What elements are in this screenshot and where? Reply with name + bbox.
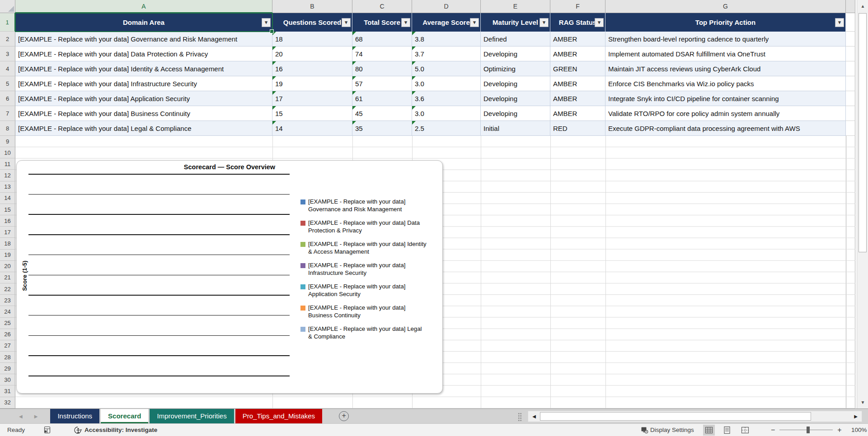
header-cell-questions-scored[interactable]: Questions Scored bbox=[272, 13, 352, 32]
row-number[interactable]: 14 bbox=[0, 193, 15, 204]
row-number[interactable]: 26 bbox=[0, 329, 15, 340]
cell-average-score[interactable]: 2.5 bbox=[412, 121, 481, 136]
row-number[interactable]: 18 bbox=[0, 238, 15, 249]
header-cell-sliver[interactable] bbox=[846, 13, 855, 32]
row-number[interactable]: 3 bbox=[0, 46, 15, 61]
vertical-scrollbar[interactable]: ▲ ▼ bbox=[857, 0, 868, 408]
cell-domain-area[interactable]: [EXAMPLE - Replace with your data] Data … bbox=[15, 46, 272, 61]
row-number[interactable]: 28 bbox=[0, 352, 15, 363]
cell-questions-scored[interactable]: 20 bbox=[272, 46, 352, 61]
filter-button[interactable] bbox=[595, 18, 604, 27]
cell-top-priority-action[interactable]: Implement automated DSAR fulfillment via… bbox=[605, 46, 846, 61]
cell-sliver[interactable] bbox=[846, 76, 855, 91]
row-number[interactable]: 1 bbox=[0, 13, 15, 32]
row-number[interactable]: 20 bbox=[0, 261, 15, 272]
cell-maturity-level[interactable]: Optimizing bbox=[481, 61, 550, 76]
row-number[interactable]: 11 bbox=[0, 158, 15, 170]
cell-top-priority-action[interactable]: Execute GDPR-compliant data processing a… bbox=[605, 121, 846, 136]
sheet-tab[interactable]: Pro_Tips_and_Mistakes bbox=[235, 409, 322, 423]
cell-maturity-level[interactable]: Developing bbox=[481, 76, 550, 91]
cell-domain-area[interactable]: [EXAMPLE - Replace with your data] Infra… bbox=[15, 76, 272, 91]
cell-total-score[interactable]: 68 bbox=[352, 32, 412, 46]
cell-maturity-level[interactable]: Developing bbox=[481, 106, 550, 121]
display-settings-button[interactable]: Display Settings bbox=[641, 424, 694, 436]
cell-total-score[interactable]: 61 bbox=[352, 91, 412, 106]
column-letter[interactable]: C bbox=[352, 0, 412, 13]
header-cell-maturity-level[interactable]: Maturity Level bbox=[481, 13, 550, 32]
cell-average-score[interactable]: 3.0 bbox=[412, 106, 481, 121]
accessibility-status[interactable]: Accessibility: Investigate bbox=[74, 424, 157, 436]
cell-total-score[interactable]: 74 bbox=[352, 46, 412, 61]
row-number[interactable]: 10 bbox=[0, 147, 15, 158]
cell-domain-area[interactable]: [EXAMPLE - Replace with your data] Gover… bbox=[15, 32, 272, 46]
cell-rag-status[interactable]: AMBER bbox=[550, 32, 605, 46]
scroll-right-arrow-icon[interactable]: ▶ bbox=[850, 414, 862, 419]
scroll-up-arrow-icon[interactable]: ▲ bbox=[857, 0, 868, 12]
tab-nav-left-icon[interactable]: ◀ bbox=[19, 414, 23, 419]
cell-sliver[interactable] bbox=[846, 106, 855, 121]
selection-fill-handle[interactable] bbox=[270, 29, 274, 33]
row-number[interactable]: 7 bbox=[0, 106, 15, 121]
cell-questions-scored[interactable]: 16 bbox=[272, 61, 352, 76]
cell-top-priority-action[interactable]: Enforce CIS Benchmarks via Wiz.io policy… bbox=[605, 76, 846, 91]
cell-domain-area[interactable]: [EXAMPLE - Replace with your data] Ident… bbox=[15, 61, 272, 76]
row-number[interactable]: 17 bbox=[0, 227, 15, 238]
row-number[interactable]: 27 bbox=[0, 340, 15, 352]
cell-questions-scored[interactable]: 19 bbox=[272, 76, 352, 91]
column-letter[interactable]: A bbox=[15, 0, 272, 13]
row-number[interactable]: 19 bbox=[0, 250, 15, 261]
cell-average-score[interactable]: 3.7 bbox=[412, 46, 481, 61]
filter-button[interactable] bbox=[342, 18, 351, 27]
zoom-slider[interactable] bbox=[779, 430, 833, 430]
filter-button[interactable] bbox=[540, 18, 549, 27]
header-cell-top-priority-action[interactable]: Top Priority Action bbox=[605, 13, 846, 32]
row-number[interactable]: 24 bbox=[0, 306, 15, 317]
filter-button[interactable] bbox=[401, 18, 410, 27]
cell-sliver[interactable] bbox=[846, 32, 855, 46]
vertical-scrollbar-thumb[interactable] bbox=[859, 13, 867, 252]
cell-top-priority-action[interactable]: Validate RTO/RPO for core policy admin s… bbox=[605, 106, 846, 121]
cell-average-score[interactable]: 3.0 bbox=[412, 76, 481, 91]
sheet-tab[interactable]: Improvement_Priorities bbox=[150, 409, 234, 423]
normal-view-button[interactable] bbox=[703, 425, 715, 436]
row-number[interactable]: 13 bbox=[0, 181, 15, 193]
cell-questions-scored[interactable]: 15 bbox=[272, 106, 352, 121]
row-number[interactable]: 30 bbox=[0, 374, 15, 385]
cell-rag-status[interactable]: AMBER bbox=[550, 76, 605, 91]
cell-sliver[interactable] bbox=[846, 91, 855, 106]
cell-maturity-level[interactable]: Defined bbox=[481, 32, 550, 46]
filter-button[interactable] bbox=[470, 18, 479, 27]
header-cell-total-score[interactable]: Total Score bbox=[352, 13, 412, 32]
cell-maturity-level[interactable]: Developing bbox=[481, 91, 550, 106]
row-number[interactable]: 6 bbox=[0, 91, 15, 106]
row-number[interactable]: 4 bbox=[0, 61, 15, 76]
cell-questions-scored[interactable]: 17 bbox=[272, 91, 352, 106]
row-number[interactable]: 12 bbox=[0, 170, 15, 181]
cell-total-score[interactable]: 80 bbox=[352, 61, 412, 76]
column-letter[interactable]: F bbox=[550, 0, 605, 13]
cell-average-score[interactable]: 5.0 bbox=[412, 61, 481, 76]
zoom-in-button[interactable]: + bbox=[837, 426, 841, 434]
row-number[interactable]: 21 bbox=[0, 272, 15, 283]
header-cell-rag-status[interactable]: RAG Status bbox=[550, 13, 605, 32]
sheet-tab[interactable]: Instructions bbox=[50, 409, 99, 423]
cell-sliver[interactable] bbox=[846, 61, 855, 76]
new-sheet-button[interactable] bbox=[339, 411, 349, 421]
horizontal-scrollbar[interactable]: ◀ ▶ bbox=[528, 411, 862, 422]
row-number[interactable]: 5 bbox=[0, 76, 15, 91]
cell-top-priority-action[interactable]: Integrate Snyk into CI/CD pipeline for c… bbox=[605, 91, 846, 106]
page-break-preview-button[interactable] bbox=[739, 425, 751, 436]
row-number[interactable]: 29 bbox=[0, 363, 15, 374]
filter-button[interactable] bbox=[835, 18, 844, 27]
filter-button[interactable] bbox=[262, 18, 271, 27]
sheet-tab[interactable]: Scorecard bbox=[101, 409, 148, 423]
zoom-level[interactable]: 100% bbox=[851, 424, 867, 436]
row-number[interactable]: 8 bbox=[0, 121, 15, 136]
row-number[interactable]: 15 bbox=[0, 204, 15, 215]
header-cell-average-score[interactable]: Average Score bbox=[412, 13, 481, 32]
column-letter[interactable]: D bbox=[412, 0, 481, 13]
zoom-slider-thumb[interactable] bbox=[807, 427, 810, 433]
cell-rag-status[interactable]: GREEN bbox=[550, 61, 605, 76]
column-letter[interactable]: B bbox=[272, 0, 352, 13]
cell-sliver[interactable] bbox=[846, 46, 855, 61]
